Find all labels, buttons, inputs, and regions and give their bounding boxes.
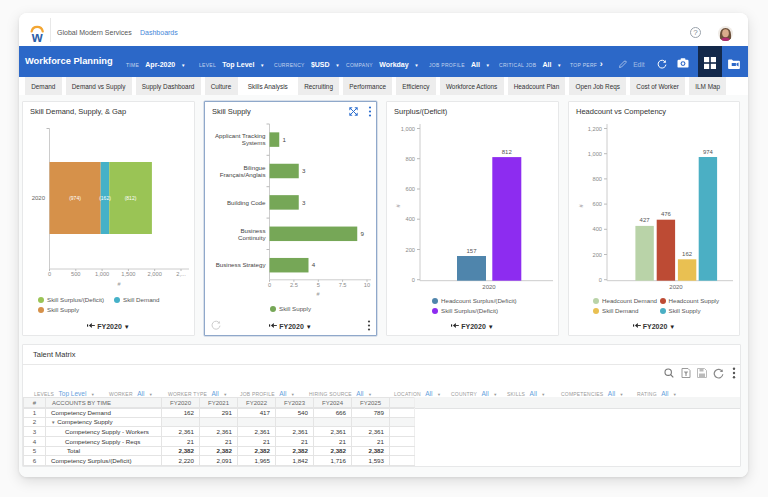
svg-text:Français/Anglais: Français/Anglais xyxy=(220,171,266,178)
svg-text:2,...: 2,... xyxy=(176,271,186,277)
svg-text:3: 3 xyxy=(302,199,306,206)
svg-text:Continuity: Continuity xyxy=(238,234,266,241)
svg-text:0: 0 xyxy=(268,282,271,288)
svg-text:1,000: 1,000 xyxy=(401,126,415,132)
svg-text:(812): (812) xyxy=(125,195,137,201)
svg-text:#: # xyxy=(117,281,121,287)
svg-text:#: # xyxy=(395,204,401,208)
svg-text:1,200: 1,200 xyxy=(588,126,602,132)
svg-text:10: 10 xyxy=(364,282,370,288)
svg-text:#: # xyxy=(316,291,320,297)
svg-text:w: w xyxy=(31,29,43,43)
svg-text:200: 200 xyxy=(593,252,603,258)
svg-text:Business: Business xyxy=(240,227,265,234)
svg-text:476: 476 xyxy=(661,211,672,217)
svg-text:0: 0 xyxy=(48,271,51,277)
svg-text:2020: 2020 xyxy=(32,195,46,201)
svg-text:800: 800 xyxy=(593,176,603,182)
svg-text:157: 157 xyxy=(466,248,477,254)
svg-text:162: 162 xyxy=(682,251,693,257)
svg-text:600: 600 xyxy=(406,186,416,192)
svg-text:200: 200 xyxy=(406,247,416,253)
svg-text:600: 600 xyxy=(593,201,603,207)
svg-text:Systems: Systems xyxy=(242,139,266,146)
svg-text:7.5: 7.5 xyxy=(339,282,347,288)
svg-text:5: 5 xyxy=(317,282,320,288)
svg-text:#: # xyxy=(578,204,584,208)
svg-text:1,500: 1,500 xyxy=(121,271,135,277)
svg-text:3: 3 xyxy=(302,167,306,174)
svg-text:974: 974 xyxy=(703,149,714,155)
svg-text:2,000: 2,000 xyxy=(148,271,162,277)
svg-text:812: 812 xyxy=(502,149,513,155)
svg-text:400: 400 xyxy=(406,216,416,222)
svg-text:2.5: 2.5 xyxy=(290,282,298,288)
svg-text:4: 4 xyxy=(312,261,316,268)
svg-text:(162): (162) xyxy=(99,195,111,201)
svg-text:Building Code: Building Code xyxy=(227,199,266,206)
svg-text:2020: 2020 xyxy=(482,284,496,290)
svg-text:400: 400 xyxy=(593,226,603,232)
svg-text:0: 0 xyxy=(599,277,602,283)
svg-text:427: 427 xyxy=(640,217,651,223)
svg-text:(974): (974) xyxy=(69,195,81,201)
svg-text:1: 1 xyxy=(283,136,287,143)
svg-text:9: 9 xyxy=(361,230,365,237)
svg-text:1,000: 1,000 xyxy=(95,271,109,277)
svg-text:Bilingue: Bilingue xyxy=(243,164,266,171)
svg-text:Business Strategy: Business Strategy xyxy=(216,261,267,268)
svg-text:800: 800 xyxy=(406,156,416,162)
svg-text:0: 0 xyxy=(412,277,415,283)
svg-text:2020: 2020 xyxy=(669,284,683,290)
svg-text:Applicant Tracking: Applicant Tracking xyxy=(215,132,266,139)
svg-text:500: 500 xyxy=(71,271,81,277)
svg-text:1,000: 1,000 xyxy=(588,151,602,157)
